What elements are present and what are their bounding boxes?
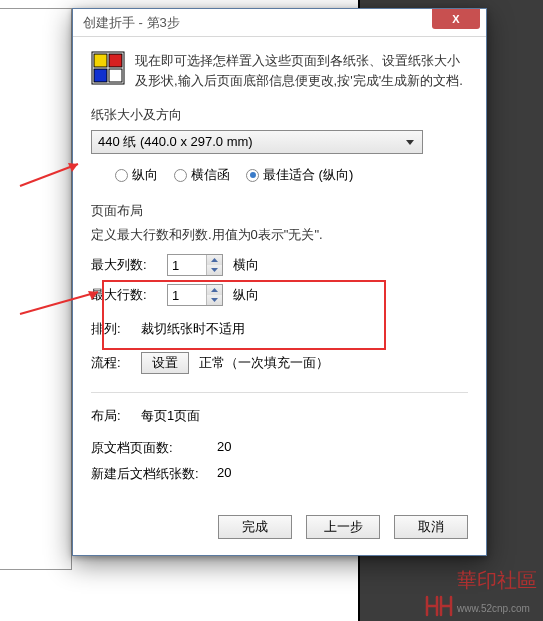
radio-bestfit[interactable]: 最佳适合 (纵向)	[246, 166, 353, 184]
divider	[91, 392, 468, 393]
new-sheets-value: 20	[217, 465, 231, 483]
close-button[interactable]: X	[432, 9, 480, 29]
svg-rect-3	[94, 69, 107, 82]
wizard-icon	[91, 51, 125, 85]
flow-label: 流程:	[91, 354, 131, 372]
max-cols-dir: 横向	[233, 256, 259, 274]
radio-landscape[interactable]: 横信函	[174, 166, 230, 184]
finish-button[interactable]: 完成	[218, 515, 292, 539]
paper-size-select[interactable]: 440 纸 (440.0 x 297.0 mm)	[91, 130, 423, 154]
close-icon: X	[452, 13, 459, 25]
paper-section-label: 纸张大小及方向	[91, 106, 468, 124]
summary-layout-label: 布局:	[91, 407, 131, 425]
max-cols-input[interactable]	[168, 255, 206, 275]
watermark: 華印社區 www.52cnp.com	[425, 567, 537, 617]
radio-portrait[interactable]: 纵向	[115, 166, 158, 184]
spin-down-icon[interactable]	[207, 265, 222, 275]
titlebar: 创建折手 - 第3步 X	[73, 9, 486, 37]
paper-size-value: 440 纸 (440.0 x 297.0 mm)	[98, 133, 253, 151]
svg-rect-1	[94, 54, 107, 67]
max-cols-label: 最大列数:	[91, 256, 157, 274]
arrange-label: 排列:	[91, 320, 131, 338]
back-button[interactable]: 上一步	[306, 515, 380, 539]
intro-text: 现在即可选择怎样置入这些页面到各纸张、设置纸张大小及形状,输入后页面底部信息便更…	[135, 51, 468, 90]
spin-down-icon[interactable]	[207, 295, 222, 305]
layout-section-label: 页面布局	[91, 202, 468, 220]
dialog-title: 创建折手 - 第3步	[83, 14, 432, 32]
max-cols-spinner[interactable]	[167, 254, 223, 276]
orientation-group: 纵向 横信函 最佳适合 (纵向)	[115, 166, 468, 184]
flow-value: 正常（一次填充一面）	[199, 354, 329, 372]
max-rows-input[interactable]	[168, 285, 206, 305]
layout-hint: 定义最大行数和列数.用值为0表示"无关".	[91, 226, 468, 244]
svg-rect-4	[109, 69, 122, 82]
cancel-button[interactable]: 取消	[394, 515, 468, 539]
new-sheets-label: 新建后文档纸张数:	[91, 465, 217, 483]
max-rows-label: 最大行数:	[91, 286, 157, 304]
svg-rect-2	[109, 54, 122, 67]
max-rows-dir: 纵向	[233, 286, 259, 304]
watermark-logo-icon	[425, 595, 453, 617]
arrange-value: 裁切纸张时不适用	[141, 320, 245, 338]
spin-up-icon[interactable]	[207, 255, 222, 265]
dialog-footer: 完成 上一步 取消	[73, 505, 486, 555]
spin-up-icon[interactable]	[207, 285, 222, 295]
flow-settings-button[interactable]: 设置	[141, 352, 189, 374]
summary-layout-value: 每页1页面	[141, 407, 200, 425]
orig-pages-value: 20	[217, 439, 231, 457]
orig-pages-label: 原文档页面数:	[91, 439, 217, 457]
wizard-dialog: 创建折手 - 第3步 X 现在即可选择怎样置入这些页面到各纸张、设置纸张大小及形…	[72, 8, 487, 556]
max-rows-spinner[interactable]	[167, 284, 223, 306]
